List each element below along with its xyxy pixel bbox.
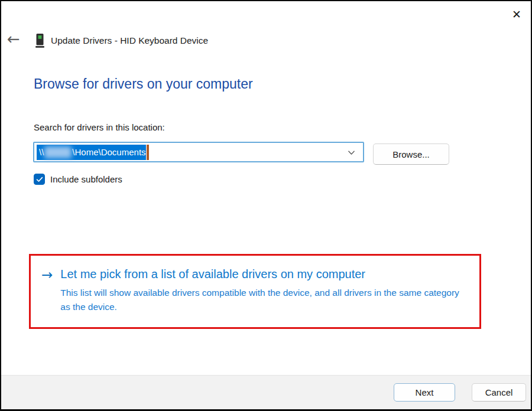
close-icon[interactable]: ✕ [507, 5, 526, 24]
search-location-label: Search for drivers in this location: [34, 122, 165, 132]
update-drivers-dialog: ✕ ← Update Drivers - HID Keyboard Device… [0, 0, 532, 411]
footer-bar: Next Cancel [1, 375, 531, 409]
include-subfolders-row: Include subfolders [34, 174, 122, 185]
check-icon [36, 177, 43, 182]
next-button[interactable]: Next [394, 383, 455, 402]
page-heading: Browse for drivers on your computer [34, 76, 253, 92]
pick-from-list-option[interactable]: → Let me pick from a list of available d… [41, 266, 467, 314]
pick-option-text: Let me pick from a list of available dri… [60, 266, 467, 314]
window-title: Update Drivers - HID Keyboard Device [51, 35, 208, 46]
path-prefix: \\ [39, 147, 44, 157]
back-button[interactable]: ← [7, 31, 20, 47]
include-subfolders-checkbox[interactable] [34, 174, 45, 185]
text-caret [147, 145, 149, 160]
include-subfolders-label: Include subfolders [50, 174, 122, 184]
path-suffix: \Home\Documents [72, 147, 145, 157]
redacted-server-name [44, 146, 72, 158]
chevron-down-icon[interactable] [348, 150, 355, 155]
pick-option-description: This list will show available drivers co… [60, 286, 467, 314]
driver-device-icon [34, 33, 46, 51]
pick-option-title[interactable]: Let me pick from a list of available dri… [60, 266, 467, 282]
right-arrow-icon: → [41, 266, 53, 314]
location-combobox-input[interactable]: \\\Home\Documents [33, 142, 364, 162]
selected-path-text: \\\Home\Documents [37, 145, 146, 160]
cancel-button[interactable]: Cancel [472, 383, 526, 402]
browse-button[interactable]: Browse... [373, 143, 449, 165]
